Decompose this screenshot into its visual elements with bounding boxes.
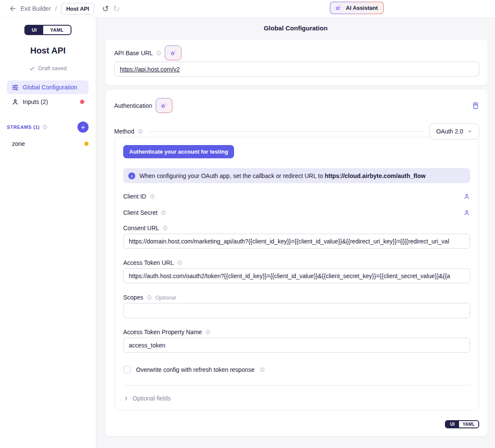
toggle-ui-option[interactable]: UI — [25, 26, 43, 34]
redo-icon: ↻ — [113, 5, 120, 13]
draft-status: Draft saved — [0, 65, 96, 71]
stream-name-label: zone — [12, 140, 25, 147]
sliders-icon — [12, 84, 19, 91]
card-ui-yaml-toggle[interactable]: UI YAML — [445, 420, 479, 428]
sidebar-item-global-configuration[interactable]: Global Configuration — [7, 80, 89, 94]
authenticate-button[interactable]: Authenticate your account for testing — [123, 145, 234, 158]
method-divider-line — [149, 131, 426, 132]
docs-book-icon[interactable] — [472, 102, 479, 110]
overwrite-config-label: Overwrite config with refresh token resp… — [136, 366, 255, 373]
auth-method-value: OAuth 2.0 — [436, 128, 463, 135]
ai-assistant-button[interactable]: AI Assistant — [330, 2, 384, 14]
info-filled-icon: i — [128, 172, 135, 179]
toggle-yaml-option[interactable]: YAML — [43, 26, 71, 34]
consent-url-input[interactable] — [123, 234, 470, 249]
inputs-status-dot — [80, 100, 84, 104]
oauth-fields-group: Authenticate your account for testing i … — [114, 137, 479, 410]
api-base-url-input[interactable] — [114, 62, 479, 77]
callback-url: https://cloud.airbyte.com/auth_flow — [325, 172, 426, 179]
info-icon[interactable] — [147, 295, 152, 300]
ai-suggest-button[interactable] — [165, 45, 181, 60]
exit-builder-link[interactable]: Exit Builder — [21, 5, 51, 12]
authentication-card: Authentication Method OAuth 2.0 Authent — [105, 89, 488, 436]
access-token-url-label: Access Token URL — [123, 259, 174, 266]
breadcrumb-separator: / — [55, 5, 57, 12]
top-bar: Exit Builder / Host API ↺ ↻ AI Assistant — [0, 0, 495, 18]
sidebar-item-stream-zone[interactable]: zone — [7, 139, 89, 149]
stream-status-dot — [84, 142, 89, 146]
access-token-property-name-input[interactable] — [123, 338, 470, 353]
back-arrow-icon[interactable] — [8, 3, 18, 14]
auth-method-dropdown[interactable]: OAuth 2.0 — [429, 123, 479, 139]
client-secret-row: Client Secret — [123, 208, 470, 218]
ai-suggest-button[interactable] — [156, 98, 172, 113]
streams-header-label: STREAMS (1) — [7, 125, 40, 130]
ai-assistant-label: AI Assistant — [346, 5, 378, 11]
add-stream-button[interactable]: + — [77, 122, 89, 133]
chevron-right-icon — [123, 396, 129, 401]
authentication-title: Authentication — [114, 102, 152, 109]
user-icon — [12, 98, 19, 106]
scopes-label: Scopes — [123, 294, 143, 301]
info-icon[interactable] — [150, 194, 155, 199]
info-icon[interactable] — [163, 225, 168, 231]
info-icon[interactable] — [161, 210, 166, 215]
overwrite-config-row: Overwrite config with refresh token resp… — [123, 366, 470, 373]
section-divider — [123, 385, 470, 386]
builder-sidebar: UI YAML Host API Draft saved Global Conf… — [0, 18, 96, 448]
main-panel: Global Configuration API Base URL Authen… — [96, 18, 495, 448]
oauth-callback-callout: i When configuring your OAuth app, set t… — [123, 168, 470, 183]
method-label: Method — [114, 128, 134, 135]
info-icon[interactable] — [260, 367, 265, 372]
info-icon[interactable] — [177, 260, 182, 265]
access-token-property-name-label: Access Token Property Name — [123, 329, 202, 335]
consent-url-label: Consent URL — [123, 225, 159, 231]
page-title: Global Configuration — [96, 24, 495, 32]
access-token-url-input[interactable] — [123, 268, 470, 283]
ui-yaml-toggle[interactable]: UI YAML — [24, 25, 71, 35]
streams-header: STREAMS (1) + — [7, 122, 89, 133]
sparkle-star-icon — [334, 4, 343, 12]
info-icon[interactable] — [138, 129, 143, 134]
api-base-url-card: API Base URL — [105, 39, 488, 86]
optional-tag: Optional — [155, 294, 176, 301]
sidebar-item-label: Global Configuration — [23, 84, 77, 91]
client-id-row: Client ID — [123, 191, 470, 202]
optional-fields-label: Optional fields — [133, 395, 171, 402]
callout-text: When configuring your OAuth app, set the… — [139, 172, 426, 179]
draft-status-label: Draft saved — [38, 65, 66, 71]
user-input-icon[interactable] — [463, 209, 470, 216]
client-id-label: Client ID — [123, 193, 146, 200]
info-icon[interactable] — [156, 50, 161, 56]
toggle-ui-option[interactable]: UI — [446, 421, 459, 427]
connector-title: Host API — [0, 46, 96, 56]
connector-name-field[interactable]: Host API — [61, 3, 95, 15]
check-icon — [29, 65, 35, 71]
info-icon[interactable] — [205, 329, 210, 335]
undo-icon[interactable]: ↺ — [102, 5, 109, 13]
api-base-url-label: API Base URL — [114, 50, 153, 56]
chevron-down-icon — [467, 129, 472, 134]
sidebar-item-label: Inputs (2) — [23, 98, 48, 105]
overwrite-config-checkbox[interactable] — [124, 366, 131, 373]
toggle-yaml-option[interactable]: YAML — [459, 421, 478, 427]
client-secret-label: Client Secret — [123, 209, 157, 216]
sidebar-item-inputs[interactable]: Inputs (2) — [7, 95, 89, 109]
optional-fields-toggle[interactable]: Optional fields — [123, 395, 470, 402]
user-input-icon[interactable] — [463, 193, 470, 200]
scopes-input[interactable] — [123, 303, 470, 318]
info-icon[interactable] — [42, 125, 47, 130]
